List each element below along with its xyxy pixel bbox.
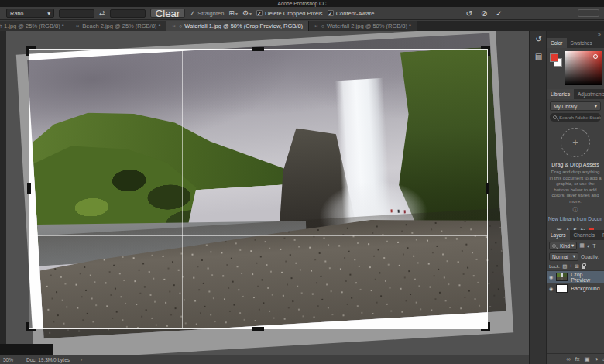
chevron-down-icon: ▾ — [235, 11, 238, 16]
chevron-down-icon: ▾ — [595, 103, 597, 109]
kind-label: Kind — [560, 243, 570, 249]
zoom-level-field[interactable]: 50% — [3, 357, 22, 362]
crop-handle-top[interactable] — [252, 47, 264, 51]
crop-overlay-options-button[interactable]: ⊞ ▾ — [228, 9, 238, 17]
gear-icon: ⚙ — [242, 9, 249, 17]
collapse-panels-icon[interactable]: » — [547, 31, 604, 38]
library-search-input[interactable]: Search Adobe Stock — [550, 113, 601, 122]
crop-width-input[interactable] — [59, 9, 94, 18]
add-layer-mask-icon[interactable]: ▣ — [585, 355, 590, 362]
foreground-color-swatch[interactable] — [550, 53, 558, 62]
tab-libraries[interactable]: Libraries — [547, 89, 574, 99]
color-panel-header: Color Swatches — [547, 38, 604, 48]
layer-row-background[interactable]: ◉ Background — [547, 283, 604, 294]
photoshop-window: Adobe Photoshop CC Ratio ▾ ⇄ Clear ∠ Str… — [0, 0, 604, 364]
tab-title: Waterfall 2.jpg @ 50% (RGB/8) * — [327, 22, 411, 29]
checkbox-check-icon: ✓ — [256, 10, 263, 16]
overlay-grid-icon: ⊞ — [228, 9, 235, 17]
layer-filter-kind-select[interactable]: Kind ▾ — [549, 242, 577, 250]
content-aware-checkbox[interactable]: ✓ Content-Aware — [328, 10, 375, 17]
lock-row: Lock: ▨ + ⊞ — [547, 262, 604, 271]
close-icon[interactable]: × — [314, 22, 318, 29]
tab-color[interactable]: Color — [547, 38, 567, 48]
lock-transparent-pixels-icon[interactable]: ▨ — [562, 263, 567, 270]
layer-thumbnail[interactable] — [556, 284, 568, 293]
clear-button[interactable]: Clear — [150, 9, 186, 18]
canvas-area[interactable] — [6, 31, 529, 355]
crop-settings-button[interactable]: ⚙ ▾ — [242, 9, 252, 17]
tab-beach-2[interactable]: × Beach 2.jpg @ 25% (RGB/8) * — [70, 21, 167, 31]
chevron-down-icon: ▾ — [573, 253, 575, 259]
layer-thumbnail[interactable] — [556, 273, 568, 281]
crop-ratio-select[interactable]: Ratio ▾ — [6, 9, 54, 18]
dropzone-title: Drag & Drop Assets — [551, 162, 599, 167]
tab-channels[interactable]: Channels — [570, 230, 599, 240]
crop-height-input[interactable] — [110, 9, 146, 18]
lock-artboard-icon[interactable]: ⊞ — [575, 263, 578, 270]
filter-adjustment-layers-icon[interactable]: ◐ — [587, 243, 590, 249]
layer-row-crop-preview[interactable]: ◉ Crop Preview — [547, 271, 604, 283]
straighten-button[interactable]: ∠ Straighten — [190, 10, 224, 17]
layers-panel-header: Layers Channels Paths — [547, 230, 604, 240]
layer-visibility-icon[interactable]: ◉ — [549, 286, 553, 291]
new-library-link[interactable]: New Library from Document — [548, 216, 602, 221]
layer-style-fx-icon[interactable]: fx — [575, 355, 580, 362]
crop-handle-bottom-right[interactable] — [481, 322, 490, 331]
tab-title: Waterfall 1.jpg @ 50% (Crop Preview, RGB… — [184, 22, 303, 29]
libraries-panel: My Library ▾ Search Adobe Stock + Drag &… — [547, 99, 604, 230]
panels-column: » Color Swatches Libraries Adjustments S… — [547, 31, 604, 364]
crop-handle-top-right[interactable] — [481, 46, 490, 56]
device-preview-panel-icon[interactable]: ▤ — [530, 48, 547, 65]
tab-paths[interactable]: Paths — [599, 230, 604, 240]
tab-waterfall-1[interactable]: × ○ Waterfall 1.jpg @ 50% (Crop Preview,… — [166, 21, 309, 31]
crop-handle-left[interactable] — [27, 183, 31, 194]
library-select[interactable]: My Library ▾ — [550, 101, 601, 111]
reset-crop-icon[interactable]: ↺ — [466, 9, 472, 18]
close-icon[interactable]: × — [172, 22, 176, 29]
crop-handle-bottom[interactable] — [252, 327, 264, 331]
straighten-label: Straighten — [197, 10, 224, 17]
filter-type-layers-icon[interactable]: T — [592, 243, 595, 249]
tab-waterfall-2[interactable]: × ○ Waterfall 2.jpg @ 50% (RGB/8) * — [309, 21, 417, 31]
status-circle-icon: ○ — [179, 23, 182, 29]
cancel-crop-icon[interactable]: ⊘ — [481, 9, 487, 18]
info-icon[interactable]: ⓘ — [573, 206, 578, 214]
close-icon[interactable]: × — [76, 22, 80, 29]
layers-panel: Kind ▾ ▦ ◐ T Normal ▾ Opacity: Lock: ▨ +… — [547, 240, 604, 364]
tab-swatches[interactable]: Swatches — [567, 38, 596, 48]
library-add-content-row: ▣ A ¶ fx — [547, 225, 604, 230]
lock-position-icon[interactable]: + — [570, 263, 573, 269]
status-circle-icon: ○ — [321, 23, 324, 29]
lock-all-icon[interactable] — [582, 266, 585, 269]
tab-adjustments[interactable]: Adjustments — [574, 89, 604, 99]
blend-mode-select[interactable]: Normal ▾ — [549, 252, 578, 261]
scroll-corner — [0, 344, 53, 355]
filter-pixel-layers-icon[interactable]: ▦ — [579, 242, 585, 249]
crop-handle-bottom-left[interactable] — [26, 322, 36, 331]
delete-cropped-pixels-label: Delete Cropped Pixels — [265, 10, 323, 17]
new-adjustment-layer-icon[interactable]: ◑ — [595, 355, 599, 362]
delete-cropped-pixels-checkbox[interactable]: ✓ Delete Cropped Pixels — [256, 10, 323, 17]
checkbox-check-icon: ✓ — [328, 10, 334, 16]
drag-drop-target[interactable]: + — [561, 128, 590, 157]
swap-dimensions-icon[interactable]: ⇄ — [99, 9, 105, 17]
crop-grid-line — [29, 235, 487, 236]
library-name: My Library — [554, 104, 577, 109]
crop-handle-top-left[interactable] — [26, 46, 36, 56]
tab-beach-1[interactable]: × Beach 1.jpg @ 25% (RGB/8) * — [0, 21, 70, 31]
crop-options-bar: Ratio ▾ ⇄ Clear ∠ Straighten ⊞ ▾ ⚙ ▾ ✓ D… — [0, 7, 604, 20]
crop-handle-right[interactable] — [486, 183, 489, 194]
layer-visibility-icon[interactable]: ◉ — [549, 274, 553, 280]
workspace-button[interactable] — [578, 9, 599, 17]
history-panel-icon[interactable]: ↺ — [530, 31, 547, 48]
link-layers-icon[interactable]: ∞ — [566, 355, 570, 362]
opacity-label: Opacity: — [581, 254, 601, 259]
chevron-down-icon: ▾ — [571, 242, 574, 249]
crop-box[interactable] — [29, 49, 488, 329]
chevron-down-icon: ▾ — [47, 10, 50, 17]
color-picker-marker[interactable] — [593, 54, 598, 59]
tab-layers[interactable]: Layers — [547, 230, 570, 240]
color-picker-field[interactable] — [565, 51, 602, 85]
commit-crop-icon[interactable]: ✓ — [496, 9, 502, 18]
status-menu-arrow[interactable]: › — [81, 357, 82, 362]
